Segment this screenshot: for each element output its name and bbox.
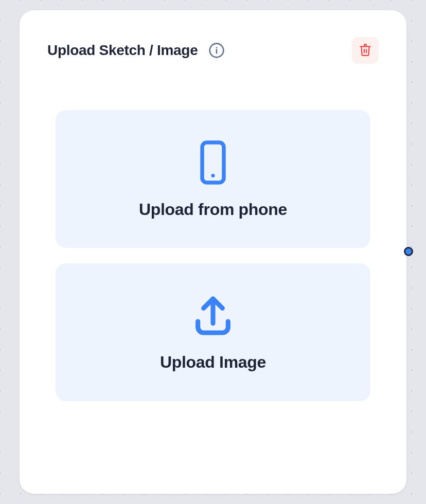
- upload-options: Upload from phone Upload Image: [47, 110, 379, 401]
- info-icon[interactable]: [208, 42, 225, 59]
- upload-from-phone-tile[interactable]: Upload from phone: [56, 110, 370, 248]
- upload-icon: [190, 293, 236, 338]
- upload-image-label: Upload Image: [160, 353, 266, 372]
- header-left: Upload Sketch / Image: [47, 42, 225, 59]
- upload-image-tile[interactable]: Upload Image: [56, 263, 370, 401]
- upload-from-phone-label: Upload from phone: [139, 200, 287, 219]
- trash-icon: [359, 43, 372, 58]
- card-title: Upload Sketch / Image: [47, 42, 198, 59]
- delete-button[interactable]: [352, 37, 379, 64]
- phone-icon: [194, 139, 232, 186]
- svg-point-6: [211, 173, 215, 177]
- node-output-handle[interactable]: [404, 247, 413, 256]
- upload-card: Upload Sketch / Image: [20, 10, 406, 494]
- card-header: Upload Sketch / Image: [47, 37, 379, 64]
- svg-point-2: [216, 47, 218, 48]
